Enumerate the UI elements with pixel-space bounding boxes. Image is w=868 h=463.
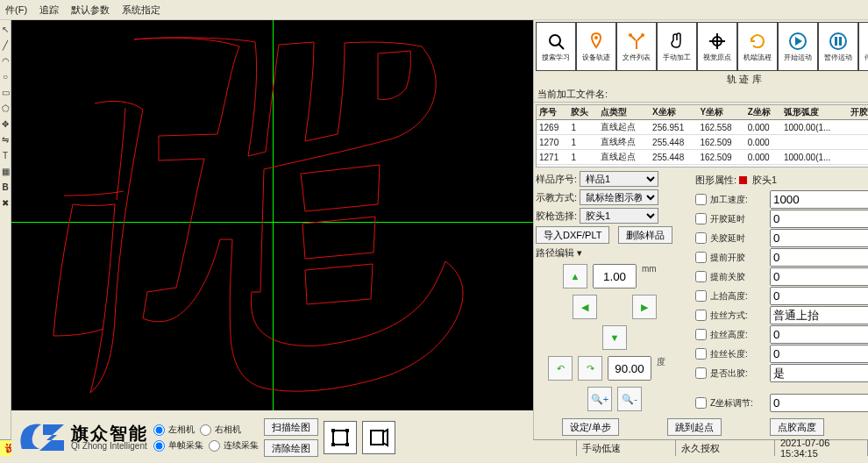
param-check-2[interactable] [695, 232, 707, 244]
glue-select[interactable]: 胶头1 [580, 208, 658, 224]
teach-mode-select[interactable]: 鼠标绘图示教 [580, 189, 658, 205]
tool-move[interactable]: ✥ [0, 118, 11, 129]
radio-left-camera[interactable]: 左相机 [153, 424, 195, 436]
param-check-6[interactable] [695, 310, 707, 321]
param-check-4[interactable] [695, 271, 707, 282]
toolbar-pause[interactable]: 暂停运动 [818, 22, 858, 71]
param-input-8[interactable] [770, 345, 868, 363]
brand-logo: 旗众智能 Qi Zhong Intelligent [17, 421, 148, 454]
table-header[interactable]: X坐标 [650, 105, 697, 120]
red-square-icon [739, 176, 747, 184]
angle-input[interactable] [608, 356, 651, 381]
zoom-out-button[interactable]: 🔍- [617, 387, 642, 411]
toolbar-set-track[interactable]: 设备轨迹 [576, 22, 616, 71]
zoom-in-button[interactable]: 🔍+ [587, 387, 612, 411]
tool-delete[interactable]: ✖ [0, 197, 11, 208]
track-table[interactable]: 序号胶头点类型X坐标Y坐标Z坐标弧形弧度开胶延时上抬高…12691直线起点256… [536, 104, 868, 167]
param-input-1[interactable] [770, 210, 868, 228]
table-row[interactable]: 12721直线终点254.793161.7710.0000.00 [537, 165, 868, 168]
param-input-6[interactable] [770, 306, 868, 324]
table-row[interactable]: 12711直线起点255.448162.5090.0001000.00(1... [537, 150, 868, 165]
table-header[interactable]: 胶头 [568, 105, 597, 120]
table-header[interactable]: 点类型 [598, 105, 650, 120]
tool-text[interactable]: T [0, 150, 11, 160]
scan-draw-button[interactable]: 扫描绘图 [264, 418, 318, 436]
param-check-3[interactable] [695, 252, 707, 263]
toolbar-stop[interactable]: 停止运动 [858, 22, 868, 71]
tool-rect[interactable]: ▭ [0, 87, 11, 97]
glue-height-button[interactable]: 点胶高度 [770, 418, 824, 436]
frame-select-icon[interactable] [324, 421, 357, 454]
tool-bold[interactable]: B [0, 182, 11, 192]
set-single-step-button[interactable]: 设定/单步 [562, 418, 619, 436]
table-row[interactable]: 12701直线终点255.448162.5090.0000.00 [537, 135, 868, 150]
arrow-down-button[interactable]: ▼ [602, 325, 627, 350]
clear-draw-button[interactable]: 清除绘图 [264, 439, 318, 457]
run-icon[interactable] [362, 421, 395, 454]
param-check-8[interactable] [695, 348, 707, 360]
arrow-up-button[interactable]: ▲ [563, 264, 587, 288]
radio-right-camera[interactable]: 右相机 [200, 424, 241, 436]
step-input[interactable] [593, 264, 637, 288]
arrow-right-button[interactable]: ▶ [632, 295, 657, 319]
param-input-5[interactable] [770, 287, 868, 305]
param-check-7[interactable] [695, 329, 707, 340]
menu-file[interactable]: 件(F) [5, 4, 27, 17]
sample-no-label: 样品序号: [536, 173, 577, 186]
param-check-1[interactable] [695, 213, 707, 224]
toolbar-origin[interactable]: 视觉原点 [697, 22, 737, 71]
param-label: 加工速度: [710, 194, 763, 206]
menu-sys[interactable]: 系统指定 [122, 4, 160, 17]
toolbar-machine-pos[interactable]: 机端流程 [737, 22, 778, 71]
svg-line-7 [559, 44, 564, 49]
tool-pointer[interactable]: ↖ [0, 24, 11, 34]
table-header[interactable]: 序号 [537, 105, 568, 120]
param-check-9[interactable] [695, 367, 707, 379]
menu-track[interactable]: 追踪 [39, 4, 59, 17]
param-input-9[interactable] [770, 364, 868, 382]
path-outline-svg [11, 20, 533, 410]
design-canvas[interactable] [11, 20, 533, 410]
z-adjust-label: Z坐标调节: [710, 397, 753, 410]
tool-arc[interactable]: ◠ [0, 55, 11, 66]
radio-single-capture[interactable]: 单帧采集 [153, 439, 203, 452]
step-unit: mm [642, 264, 666, 288]
table-row[interactable]: 12691直线起点256.951162.5580.0001000.00(1...… [537, 120, 868, 135]
param-input-7[interactable] [770, 325, 868, 344]
menu-default[interactable]: 默认参数 [71, 4, 110, 17]
svg-rect-4 [345, 443, 349, 446]
tool-circle[interactable]: ○ [0, 71, 11, 82]
tool-poly[interactable]: ⬠ [0, 103, 11, 113]
tool-fill[interactable]: ▦ [0, 166, 11, 176]
arrow-left-button[interactable]: ◀ [573, 295, 597, 319]
toolbar-file-list[interactable]: 文件列表 [616, 22, 657, 71]
param-input-4[interactable] [770, 267, 868, 286]
chevron-down-icon[interactable]: ▾ [577, 247, 582, 259]
table-header[interactable]: 弧形弧度 [781, 105, 848, 120]
sample-no-select[interactable]: 样品1 [580, 171, 658, 187]
param-check-5[interactable] [695, 290, 707, 302]
toolbar-start[interactable]: 开始运动 [778, 22, 818, 71]
tool-mirror[interactable]: ⇋ [0, 134, 11, 145]
tool-line[interactable]: ╱ [0, 39, 11, 50]
import-dxf-button[interactable]: 导入DXF/PLT [536, 226, 609, 244]
param-label: 上抬高度: [710, 290, 763, 303]
table-header[interactable]: 开胶延时 [848, 105, 868, 120]
delete-sample-button[interactable]: 删除样品 [618, 226, 672, 244]
svg-point-8 [594, 36, 598, 39]
jump-to-origin-button[interactable]: 跳到起点 [667, 418, 722, 436]
z-adjust-input[interactable] [770, 394, 868, 412]
table-header[interactable]: Z坐标 [745, 105, 781, 120]
toolbar-search[interactable]: 搜索学习 [536, 22, 576, 71]
param-input-3[interactable] [770, 248, 868, 267]
param-input-0[interactable] [770, 190, 868, 209]
radio-continuous-capture[interactable]: 连续采集 [209, 439, 259, 452]
param-check-0[interactable] [695, 194, 707, 205]
rotate-ccw-button[interactable]: ↶ [548, 356, 573, 381]
toolbar-manual[interactable]: 手动加工 [657, 22, 697, 71]
z-adjust-check[interactable] [695, 397, 707, 409]
rotate-cw-button[interactable]: ↷ [578, 356, 602, 381]
param-label: 拉丝高度: [710, 329, 763, 341]
param-input-2[interactable] [770, 229, 868, 247]
table-header[interactable]: Y坐标 [697, 105, 744, 120]
